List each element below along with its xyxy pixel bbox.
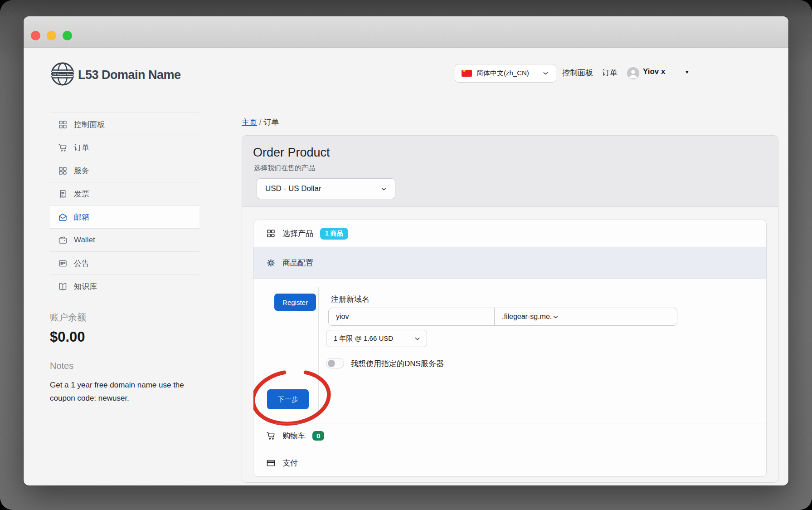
page-subtitle: 选择我们在售的产品 xyxy=(254,164,315,172)
language-select[interactable]: 简体中文(zh_CN) xyxy=(455,64,556,83)
sidebar-item-wallet[interactable]: Wallet xyxy=(50,228,199,251)
language-selected-value: 简体中文(zh_CN) xyxy=(477,69,537,78)
chevron-down-icon xyxy=(542,69,549,77)
logo-text: L53 Domain Name xyxy=(78,68,181,82)
globe-logo-icon: L53 Domain Name xyxy=(50,61,75,88)
nav-orders-link[interactable]: 订单 xyxy=(602,68,618,78)
step-product-config[interactable]: 商品配置 xyxy=(253,247,766,279)
page-content: L53 Domain Name L53 Domain Name 简体中文(zh_… xyxy=(24,49,788,485)
sidebar-label: Wallet xyxy=(74,235,95,245)
domain-input-group: .filegear-sg.me. xyxy=(328,308,677,326)
notes-label: Notes xyxy=(50,361,199,371)
sidebar-item-knowledgebase[interactable]: 知识库 xyxy=(50,275,199,298)
chevron-down-icon xyxy=(552,313,559,321)
minimize-window-button[interactable] xyxy=(47,31,56,40)
order-product-card: Order Product 选择我们在售的产品 USD - US Dollar … xyxy=(242,135,778,483)
chevron-down-icon xyxy=(413,335,421,343)
step-payment[interactable]: 支付 xyxy=(253,448,766,477)
balance-label: 账户余额 xyxy=(50,311,199,324)
nav-dashboard-link[interactable]: 控制面板 xyxy=(562,68,593,78)
browser-window: L53 Domain Name L53 Domain Name 简体中文(zh_… xyxy=(24,16,788,485)
knowledgebase-icon xyxy=(58,282,68,291)
grid-icon xyxy=(58,120,68,129)
site-logo[interactable]: L53 Domain Name L53 Domain Name xyxy=(50,61,181,88)
custom-dns-toggle[interactable] xyxy=(326,358,344,368)
sidebar-item-services[interactable]: 服务 xyxy=(50,159,199,182)
register-tab-button[interactable]: Register xyxy=(274,294,316,311)
period-selected-value: 1 年限 @ 1.66 USD xyxy=(334,334,393,343)
cart-count-badge: 0 xyxy=(312,431,324,441)
gear-icon xyxy=(266,258,276,268)
wallet-icon xyxy=(58,235,68,245)
credit-card-icon xyxy=(266,458,276,468)
breadcrumb-current: 订单 xyxy=(263,118,279,127)
user-caret-down-icon: ▾ xyxy=(686,69,689,75)
currency-selected-value: USD - US Dollar xyxy=(265,184,321,193)
sidebar-label: 订单 xyxy=(74,142,89,153)
page-title: Order Product xyxy=(253,146,330,160)
sidebar-item-mailbox[interactable]: 邮箱 xyxy=(50,205,199,228)
notes-text: Get a 1 year free domain name use the co… xyxy=(50,378,195,405)
order-steps-card: 选择产品 1 商品 商品配置 Register 注册新域名 xyxy=(253,220,767,477)
custom-dns-toggle-label: 我想使用指定的DNS服务器 xyxy=(350,358,444,369)
breadcrumb-separator: / xyxy=(259,118,262,127)
step-label: 选择产品 xyxy=(282,228,313,239)
product-count-badge: 1 商品 xyxy=(320,228,348,240)
sidebar-label: 控制面板 xyxy=(74,119,105,130)
screenshot-root: L53 Domain Name L53 Domain Name 简体中文(zh_… xyxy=(0,0,812,510)
sidebar-label: 邮箱 xyxy=(74,212,89,222)
sidebar-item-announcements[interactable]: 公告 xyxy=(50,251,199,275)
services-grid-icon xyxy=(266,229,276,238)
sidebar-label: 服务 xyxy=(74,166,89,176)
toggle-knob xyxy=(328,360,335,367)
cart-icon xyxy=(58,143,68,152)
sidebar-item-dashboard[interactable]: 控制面板 xyxy=(50,113,199,136)
sidebar-label: 公告 xyxy=(74,258,89,269)
chevron-down-icon xyxy=(380,185,388,193)
product-config-form: Register 注册新域名 .filegear-sg.me. xyxy=(253,279,766,423)
user-avatar[interactable] xyxy=(627,67,639,79)
services-grid-icon xyxy=(58,166,68,176)
mail-icon xyxy=(58,212,68,222)
sidebar-item-invoices[interactable]: 发票 xyxy=(50,182,199,205)
sidebar: 控制面板 订单 服务 发票 邮箱 xyxy=(50,113,199,405)
sidebar-item-orders[interactable]: 订单 xyxy=(50,136,199,159)
domain-name-input[interactable] xyxy=(329,308,494,325)
register-domain-label: 注册新域名 xyxy=(331,294,370,304)
cart-icon xyxy=(266,431,276,441)
svg-text:L53 Domain Name: L53 Domain Name xyxy=(52,73,74,76)
tld-select[interactable]: .filegear-sg.me. xyxy=(494,308,677,325)
registration-period-select[interactable]: 1 年限 @ 1.66 USD xyxy=(326,330,427,347)
announcement-icon xyxy=(58,259,68,268)
invoice-icon xyxy=(58,189,68,199)
sidebar-label: 发票 xyxy=(74,189,89,199)
close-window-button[interactable] xyxy=(31,31,40,40)
user-menu[interactable]: Yiov x xyxy=(643,67,665,76)
maximize-window-button[interactable] xyxy=(63,31,72,40)
sidebar-label: 知识库 xyxy=(74,281,97,292)
balance-value: $0.00 xyxy=(50,329,199,345)
step-label: 商品配置 xyxy=(282,258,313,268)
tld-selected-value: .filegear-sg.me. xyxy=(502,313,552,321)
step-label: 购物车 xyxy=(282,431,306,441)
breadcrumb: 主页 / 订单 xyxy=(242,117,279,128)
currency-select[interactable]: USD - US Dollar xyxy=(257,178,395,199)
breadcrumb-home-link[interactable]: 主页 xyxy=(242,118,257,127)
cn-flag-icon xyxy=(462,70,472,77)
step-label: 支付 xyxy=(282,458,298,468)
next-step-button[interactable]: 下一步 xyxy=(267,389,309,409)
step-select-product[interactable]: 选择产品 1 商品 xyxy=(253,220,766,247)
form-divider xyxy=(318,287,319,415)
order-card-header: Order Product 选择我们在售的产品 USD - US Dollar xyxy=(242,136,778,207)
step-cart[interactable]: 购物车 0 xyxy=(253,423,766,448)
titlebar xyxy=(24,16,788,48)
